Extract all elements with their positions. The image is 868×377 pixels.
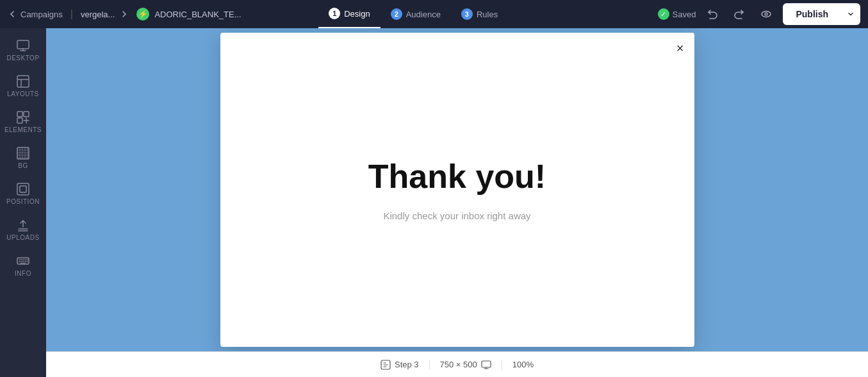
svg-rect-2 [17,40,29,49]
upload-icon [16,218,30,232]
svg-point-0 [762,12,771,17]
sidebar-item-uploads[interactable]: UPLOADS [0,213,46,246]
canvas-workspace: × Thank you! Kindly check your inbox rig… [46,28,868,351]
svg-rect-12 [482,361,491,367]
modal-preview: × Thank you! Kindly check your inbox rig… [220,33,694,347]
info-label: INFO [15,270,31,277]
bg-label: BG [18,162,28,169]
step3-label: Rules [477,10,498,19]
monitor-icon [16,38,30,53]
step-rules[interactable]: 3 Rules [451,0,508,28]
saved-check-icon: ✓ [658,8,669,20]
separator-1 [429,360,430,370]
publish-button[interactable]: Publish [783,3,841,25]
modal-close-button[interactable]: × [676,42,684,54]
texture-icon [16,146,30,160]
publish-dropdown-button[interactable] [841,3,860,25]
main-layout: DESKTOP LAYOUTS ELEMENTS BG [0,28,868,377]
dimensions-indicator: 750 × 500 [440,360,491,370]
svg-rect-8 [17,183,29,195]
publish-button-group: Publish [783,3,860,25]
sidebar-item-position[interactable]: POSITION [0,177,46,210]
step-audience[interactable]: 2 Audience [381,0,451,28]
template-name: ADORIC_BLANK_TE... [154,10,241,19]
svg-rect-5 [24,112,29,117]
preview-button[interactable] [756,4,776,24]
sidebar-item-bg[interactable]: BG [0,141,46,174]
canvas-area: × Thank you! Kindly check your inbox rig… [46,28,868,377]
undo-icon [707,8,718,20]
sidebar-item-info[interactable]: INFO [0,249,46,282]
bolt-icon: ⚡ [136,8,149,21]
redo-icon [733,8,745,20]
keyboard-icon [16,254,30,268]
back-button[interactable]: Campaigns [8,10,63,19]
step2-label: Audience [406,10,441,19]
sidebar-item-layouts[interactable]: LAYOUTS [0,69,46,103]
step-indicator: Step 3 [381,360,419,370]
saved-label: Saved [673,10,696,19]
eye-icon [760,8,772,20]
step1-num: 1 [329,8,340,19]
svg-point-1 [765,13,767,15]
redo-button[interactable] [729,4,749,24]
nav-right: ✓ Saved Publish [658,3,860,25]
svg-rect-7 [17,147,29,159]
elements-label: ELEMENTS [4,126,42,133]
layouts-label: LAYOUTS [7,90,38,97]
separator-2 [502,360,502,370]
svg-rect-6 [17,118,22,123]
step3-num: 3 [461,8,473,20]
modal-heading: Thank you! [368,158,546,195]
step1-label: Design [344,9,370,19]
desktop-small-icon [481,360,491,370]
svg-rect-4 [17,112,22,117]
bottom-bar: Step 3 750 × 500 100% [46,351,868,377]
dimensions-label: 750 × 500 [440,360,477,369]
sidebar-item-desktop[interactable]: DESKTOP [0,33,46,67]
uploads-label: UPLOADS [6,234,39,241]
desktop-label: DESKTOP [6,54,39,62]
saved-badge: ✓ Saved [658,8,696,20]
position-icon [16,182,30,196]
step-label: Step 3 [395,360,419,369]
nav-steps: 1 Design 2 Audience 3 Rules [318,0,508,28]
layout-icon [16,74,30,88]
sidebar: DESKTOP LAYOUTS ELEMENTS BG [0,28,46,377]
chevron-right-icon [120,10,129,19]
undo-button[interactable] [702,4,723,24]
elements-icon [16,110,30,124]
svg-rect-9 [20,186,26,192]
step-design[interactable]: 1 Design [318,0,380,28]
navbar: Campaigns | vergela... ⚡ ADORIC_BLANK_TE… [0,0,868,28]
zoom-indicator: 100% [512,360,534,369]
back-label: Campaigns [20,10,63,19]
breadcrumb[interactable]: vergela... [81,10,115,19]
position-label: POSITION [6,198,40,205]
sidebar-item-elements[interactable]: ELEMENTS [0,105,46,138]
chevron-down-icon [848,11,854,17]
chevron-left-icon [8,10,17,19]
modal-subtext: Kindly check your inbox right away [383,210,530,221]
step2-num: 2 [391,8,402,20]
svg-rect-3 [17,76,29,87]
nav-separator-1: | [70,8,73,20]
step-icon [381,360,391,370]
zoom-label: 100% [512,360,534,369]
